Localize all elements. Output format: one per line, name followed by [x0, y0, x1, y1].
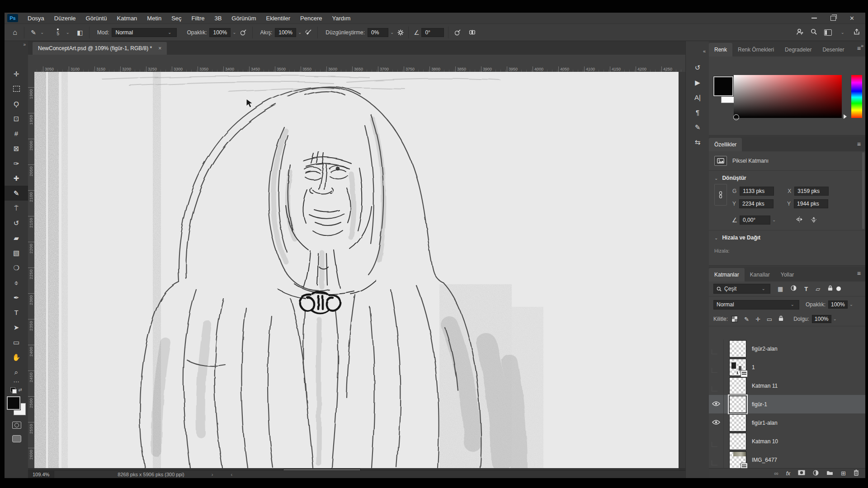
layer-row-img-6477[interactable]: IMG_6477 — [709, 450, 865, 469]
rotation-dropdown[interactable]: ⌄ — [772, 218, 776, 222]
opacity-input[interactable]: 100% — [209, 28, 231, 37]
flow-dropdown[interactable]: ⌄ — [298, 30, 302, 35]
panel-menu-icon[interactable]: ≡ — [857, 141, 861, 148]
tool-brush-tool[interactable]: ✎ — [5, 186, 28, 201]
align-section-title[interactable]: Hizala ve Dağıt — [722, 235, 760, 241]
workspace-icon[interactable] — [824, 29, 832, 36]
panel-menu-icon[interactable]: ≡ — [857, 45, 861, 52]
dock-icon-clone-source-panel-icon[interactable]: ⇆ — [686, 135, 709, 150]
brush-size-picker[interactable]: 5 ⌄ — [52, 28, 71, 36]
menu-item[interactable]: Filtre — [187, 15, 210, 22]
lock-position-icon[interactable]: ✛ — [755, 316, 760, 323]
layer-blend-mode-select[interactable]: Normal⌄ — [713, 300, 799, 310]
document-tab[interactable]: NewConceptArt.psd @ 109% (figür-1, RGB/8… — [33, 42, 167, 55]
add-mask-icon[interactable] — [798, 470, 805, 477]
tool-type-tool[interactable]: T — [5, 305, 28, 320]
airbrush-icon[interactable] — [303, 29, 313, 36]
layer-row-fig-r1-alan[interactable]: figür1-alan — [709, 413, 865, 432]
filter-smart-object-icon[interactable] — [828, 285, 833, 292]
panel-tab[interactable]: Yollar — [775, 268, 800, 282]
zoom-level-field[interactable]: 109.4% — [28, 471, 54, 478]
layer-thumbnail[interactable] — [729, 377, 746, 394]
screen-mode-icon[interactable] — [12, 435, 21, 442]
vertical-scrollbar[interactable] — [679, 72, 685, 468]
foreground-color-swatch[interactable] — [713, 76, 733, 96]
panel-tab[interactable]: Renk — [709, 43, 732, 56]
panel-tab[interactable]: Kanallar — [745, 268, 775, 282]
transform-section-title[interactable]: Dönüştür — [722, 175, 746, 181]
visibility-toggle[interactable] — [709, 358, 724, 376]
horizontal-ruler[interactable]: 3050310031503200325033003350340034503500… — [34, 55, 685, 72]
share-icon[interactable] — [854, 28, 860, 36]
delete-layer-icon[interactable] — [854, 469, 859, 477]
lock-artboard-icon[interactable]: ▭ — [767, 316, 772, 323]
smoothing-dropdown[interactable]: ⌄ — [390, 30, 394, 35]
tool-path-selection-tool[interactable]: ➤ — [5, 320, 28, 335]
visibility-toggle[interactable] — [709, 413, 724, 432]
search-icon[interactable] — [811, 28, 817, 36]
menu-item[interactable]: Seç — [166, 15, 186, 22]
menu-item[interactable]: 3B — [209, 15, 226, 22]
filter-shape-icon[interactable]: ▱ — [816, 286, 820, 292]
tool-eraser-tool[interactable]: ▰ — [5, 230, 28, 245]
tool-frame-tool[interactable]: ⊠ — [5, 141, 28, 156]
layer-opacity-dropdown[interactable]: ⌄ — [849, 302, 853, 307]
menu-item[interactable]: Görüntü — [81, 15, 112, 22]
tool-move-tool[interactable]: ✛ — [5, 66, 28, 81]
layer-thumbnail[interactable] — [729, 433, 746, 450]
tool-blur-tool[interactable]: ❍ — [5, 260, 28, 275]
hue-slider[interactable] — [851, 75, 862, 118]
chevron-down-icon[interactable]: ⌄ — [714, 235, 718, 240]
link-dimensions-icon[interactable] — [714, 184, 727, 206]
tool-rectangular-marquee-tool[interactable] — [5, 81, 28, 96]
lock-all-icon[interactable] — [778, 315, 783, 323]
close-icon[interactable]: ✕ — [849, 15, 854, 21]
restore-icon[interactable] — [830, 16, 836, 21]
status-arrows-icon[interactable]: › ‹ — [212, 472, 241, 477]
flip-horizontal-icon[interactable] — [796, 216, 803, 224]
flow-input[interactable]: 100% — [275, 28, 296, 37]
blend-mode-select[interactable]: Normal⌄ — [112, 28, 177, 37]
symmetry-icon[interactable] — [467, 29, 477, 35]
dock-icon-character-panel-icon[interactable]: A| — [686, 90, 709, 105]
visibility-toggle[interactable] — [709, 376, 724, 395]
pressure-size-icon[interactable] — [453, 29, 462, 36]
filter-pixel-icon[interactable]: ▦ — [778, 286, 783, 292]
adjustment-layer-icon[interactable] — [813, 470, 819, 477]
fill-field[interactable]: 100% — [812, 315, 831, 323]
visibility-toggle[interactable] — [709, 432, 724, 450]
saturation-brightness-field[interactable] — [734, 75, 842, 118]
menu-item[interactable]: Eklentiler — [261, 15, 295, 22]
panel-tab[interactable]: Degradeler — [779, 43, 817, 56]
tool-crop-tool[interactable]: # — [5, 126, 28, 141]
dock-icon-history-panel-icon[interactable]: ↺ — [686, 60, 709, 75]
tool-lasso-tool[interactable]: Ϙ — [5, 96, 28, 111]
panel-tab[interactable]: Desenler — [817, 43, 849, 56]
layer-thumbnail[interactable] — [729, 396, 746, 413]
flip-vertical-icon[interactable] — [811, 216, 817, 224]
visibility-toggle[interactable] — [709, 339, 724, 358]
layer-thumbnail[interactable] — [729, 340, 746, 357]
add-account-icon[interactable] — [797, 28, 803, 36]
layer-row-katman-11[interactable]: Katman 11 — [709, 376, 865, 395]
filter-type-icon[interactable]: T — [804, 286, 808, 292]
tool-clone-stamp-tool[interactable]: ⍑ — [5, 201, 28, 216]
menu-item[interactable]: Dosya — [23, 15, 49, 22]
opacity-dropdown[interactable]: ⌄ — [232, 30, 236, 35]
toggle-brush-panel-icon[interactable]: ◧ — [75, 29, 85, 36]
canvas[interactable] — [34, 72, 679, 468]
layer-thumbnail[interactable] — [729, 414, 746, 432]
tool-rectangle-tool[interactable]: ▭ — [5, 335, 28, 350]
lock-transparency-icon[interactable] — [731, 316, 738, 322]
tool-object-selection-tool[interactable]: ⊡ — [5, 111, 28, 126]
menu-item[interactable]: Yardım — [327, 15, 355, 22]
filter-toggle-icon[interactable] — [836, 286, 841, 291]
swap-colors-icon[interactable]: ⇄ — [18, 387, 22, 392]
minimize-icon[interactable] — [811, 18, 817, 19]
layer-thumbnail[interactable] — [729, 451, 746, 469]
vertical-ruler[interactable]: 1900195020002050210021502200225023002350… — [28, 72, 35, 468]
gear-icon[interactable] — [396, 29, 406, 36]
expand-panels-right-icon[interactable]: » — [861, 43, 863, 48]
fill-dropdown[interactable]: ⌄ — [833, 317, 837, 321]
menu-item[interactable]: Düzenle — [49, 15, 81, 22]
